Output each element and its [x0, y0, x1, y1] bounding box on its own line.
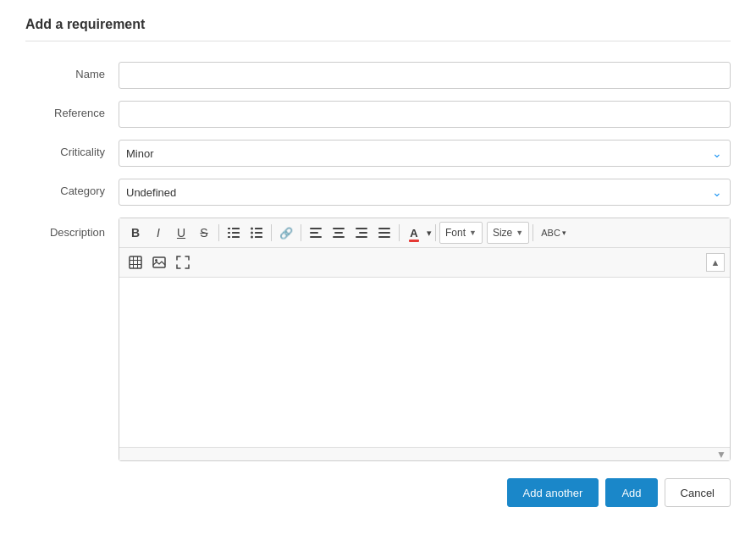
category-select[interactable]: Undefined Functional Non-functional Perf… [119, 179, 731, 206]
svg-rect-13 [310, 232, 318, 234]
svg-rect-5 [232, 236, 240, 238]
svg-rect-22 [378, 232, 390, 234]
editor-container: B I U S [119, 218, 731, 461]
add-requirement-dialog: Add a requirement Name Reference Critica… [0, 0, 756, 532]
image-button[interactable] [148, 251, 170, 273]
toolbar-separator-2 [271, 224, 272, 241]
svg-rect-14 [310, 236, 322, 238]
svg-rect-3 [232, 232, 240, 234]
description-row: Description B I U S [25, 218, 731, 461]
strikethrough-button[interactable]: S [193, 222, 215, 244]
size-dropdown-arrow: ▼ [516, 229, 523, 237]
table-button[interactable] [124, 251, 146, 273]
dialog-title: Add a requirement [25, 17, 731, 41]
expand-button[interactable]: ▲ [706, 253, 725, 272]
svg-rect-16 [334, 232, 343, 234]
category-row: Category Undefined Functional Non-functi… [25, 179, 731, 206]
criticality-row: Criticality Minor Major Critical Blocker… [25, 140, 731, 167]
svg-rect-19 [359, 232, 367, 234]
svg-rect-15 [333, 228, 345, 229]
add-button[interactable]: Add [605, 478, 657, 507]
category-control: Undefined Functional Non-functional Perf… [119, 179, 731, 206]
font-dropdown-arrow: ▼ [469, 229, 477, 237]
footer-row: Add another Add Cancel [25, 478, 731, 507]
category-select-wrapper: Undefined Functional Non-functional Perf… [119, 179, 731, 206]
spellcheck-button[interactable]: ABC ▾ [537, 222, 571, 244]
svg-rect-9 [255, 232, 262, 234]
italic-button[interactable]: I [147, 222, 169, 244]
criticality-control: Minor Major Critical Blocker ⌄ [119, 140, 731, 167]
color-chevron-icon: ▾ [427, 228, 432, 239]
svg-rect-29 [153, 257, 165, 267]
svg-point-8 [251, 232, 253, 234]
svg-point-6 [251, 228, 253, 230]
svg-rect-4 [228, 236, 230, 238]
font-dropdown[interactable]: Font ▼ [439, 222, 483, 244]
font-dropdown-label: Font [445, 227, 466, 239]
toolbar-separator-3 [301, 224, 301, 241]
resize-handle-icon[interactable]: ▼ [716, 449, 726, 460]
fullscreen-button[interactable] [172, 251, 194, 273]
link-button[interactable]: 🔗 [275, 222, 297, 244]
name-control [119, 62, 731, 89]
unordered-list-button[interactable] [246, 222, 268, 244]
name-row: Name [25, 62, 731, 89]
editor-resize-bar: ▼ [119, 447, 730, 460]
description-label: Description [25, 218, 119, 239]
criticality-select[interactable]: Minor Major Critical Blocker [119, 140, 731, 167]
svg-rect-24 [130, 256, 141, 268]
underline-button[interactable]: U [170, 222, 192, 244]
size-dropdown[interactable]: Size ▼ [487, 222, 529, 244]
align-left-button[interactable] [305, 222, 327, 244]
category-label: Category [25, 179, 119, 197]
toolbar-row2: ▲ [119, 248, 730, 278]
align-justify-button[interactable] [373, 222, 395, 244]
svg-rect-0 [228, 228, 230, 229]
align-right-button[interactable] [350, 222, 372, 244]
toolbar-row1: B I U S [119, 218, 730, 248]
toolbar-separator-1 [218, 224, 219, 241]
reference-control [119, 101, 731, 128]
bold-button[interactable]: B [124, 222, 146, 244]
reference-label: Reference [25, 101, 119, 119]
svg-rect-12 [310, 228, 322, 229]
align-center-button[interactable] [328, 222, 350, 244]
expand-icon: ▲ [711, 257, 720, 267]
description-control: B I U S [119, 218, 731, 461]
add-another-button[interactable]: Add another [507, 478, 599, 507]
criticality-label: Criticality [25, 140, 119, 158]
svg-rect-21 [378, 228, 390, 229]
name-label: Name [25, 62, 119, 80]
svg-rect-17 [333, 236, 345, 238]
svg-point-30 [155, 259, 157, 262]
svg-rect-7 [255, 228, 262, 229]
toolbar-separator-4 [399, 224, 400, 241]
svg-rect-18 [356, 228, 367, 229]
svg-rect-2 [228, 232, 230, 234]
description-editor[interactable] [119, 278, 730, 447]
svg-rect-20 [356, 236, 367, 238]
ordered-list-button[interactable] [223, 222, 245, 244]
reference-row: Reference [25, 101, 731, 128]
reference-input[interactable] [119, 101, 731, 128]
font-color-button[interactable]: A [403, 222, 425, 244]
svg-rect-23 [378, 236, 390, 238]
size-dropdown-label: Size [493, 227, 512, 239]
svg-point-10 [251, 236, 253, 239]
toolbar-separator-5 [435, 224, 436, 241]
svg-rect-11 [255, 236, 262, 238]
toolbar-separator-6 [533, 224, 533, 241]
svg-rect-1 [232, 228, 240, 229]
criticality-select-wrapper: Minor Major Critical Blocker ⌄ [119, 140, 731, 167]
cancel-button[interactable]: Cancel [665, 478, 731, 507]
name-input[interactable] [119, 62, 731, 89]
